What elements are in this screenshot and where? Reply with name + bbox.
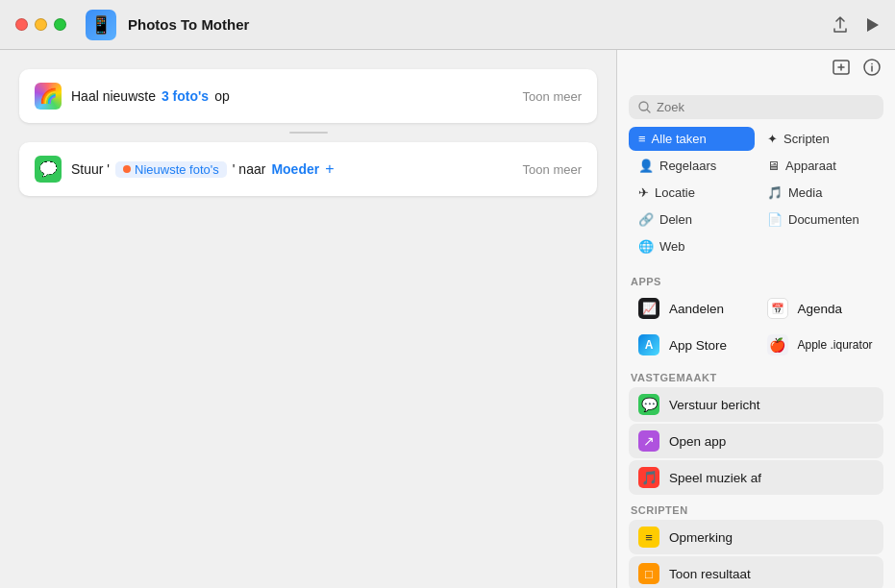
action-photos-content: Haal nieuwste 3 foto's op xyxy=(71,88,582,104)
appstore-icon: A xyxy=(638,334,659,355)
open-app-label: Open app xyxy=(669,434,726,449)
apps-grid: 📈 Aandelen 📅 Agenda A App Store xyxy=(629,291,883,362)
opmerking-label: Opmerking xyxy=(669,530,733,545)
svg-marker-0 xyxy=(867,18,879,32)
search-input[interactable] xyxy=(657,100,874,114)
category-tabs: ≡ Alle taken ✦ Scripten 👤 Regelaars 🖥 Ap… xyxy=(617,127,895,266)
app-icon: 📱 xyxy=(86,10,116,40)
action-messages-toon-meer[interactable]: Toon meer xyxy=(523,162,582,177)
divider xyxy=(38,131,578,135)
titlebar: 📱 Photos To Mother xyxy=(0,0,895,50)
pinned-section-title: Vastgemaakt xyxy=(631,372,883,383)
token-label: Nieuwste foto's xyxy=(135,162,219,177)
tab-scripten[interactable]: ✦ Scripten xyxy=(758,127,883,151)
action-messages-text1: Stuur ' xyxy=(71,161,110,177)
action-photos-toon-meer[interactable]: Toon meer xyxy=(523,89,582,104)
maximize-button[interactable] xyxy=(54,18,66,31)
titlebar-actions xyxy=(832,16,880,34)
web-icon: 🌐 xyxy=(638,239,654,254)
speel-muziek-label: Speel muziek af xyxy=(669,471,761,485)
speel-muziek-icon: 🎵 xyxy=(638,467,659,488)
tab-locatie[interactable]: ✈ Locatie xyxy=(629,181,755,205)
alle-taken-icon: ≡ xyxy=(638,132,646,146)
sidebar-item-verstuur-bericht[interactable]: 💬 Verstuur bericht xyxy=(629,387,883,422)
pinned-section: Vastgemaakt 💬 Verstuur bericht ↗ Open ap… xyxy=(629,372,883,495)
action-photos-link[interactable]: 3 foto's xyxy=(162,88,209,104)
agenda-label: Agenda xyxy=(798,302,843,316)
tab-apparaat-label: Apparaat xyxy=(785,159,836,173)
tab-apparaat[interactable]: 🖥 Apparaat xyxy=(758,154,883,178)
apple-icon: 🍎 xyxy=(767,334,788,355)
tab-scripten-label: Scripten xyxy=(783,132,830,146)
search-bar xyxy=(617,86,895,127)
apparaat-icon: 🖥 xyxy=(767,159,780,173)
apple-label: Apple .iqurator xyxy=(798,338,873,352)
close-button[interactable] xyxy=(15,18,28,31)
right-titlebar xyxy=(617,50,895,86)
sidebar-item-open-app[interactable]: ↗ Open app xyxy=(629,424,883,458)
regelaars-icon: 👤 xyxy=(638,159,654,173)
action-photos-text1: Haal nieuwste xyxy=(71,88,156,104)
action-messages[interactable]: 💬 Stuur ' Nieuwste foto's ' naar Moeder … xyxy=(19,142,597,196)
messages-icon: 💬 xyxy=(35,156,62,183)
tab-web[interactable]: 🌐 Web xyxy=(629,234,755,258)
tab-alle-taken-label: Alle taken xyxy=(652,132,707,146)
sidebar-item-speel-muziek[interactable]: 🎵 Speel muziek af xyxy=(629,460,883,495)
share-button[interactable] xyxy=(832,16,849,34)
delen-icon: 🔗 xyxy=(638,212,654,227)
agenda-icon: 📅 xyxy=(767,298,788,319)
aandelen-label: Aandelen xyxy=(669,302,724,316)
token-dot xyxy=(123,165,131,173)
sidebar-item-toon-resultaat[interactable]: □ Toon resultaat xyxy=(629,556,883,588)
right-panel: ≡ Alle taken ✦ Scripten 👤 Regelaars 🖥 Ap… xyxy=(616,50,895,588)
action-messages-moeder-link[interactable]: Moeder xyxy=(271,161,319,177)
sidebar-item-apple[interactable]: 🍎 Apple .iqurator xyxy=(758,328,884,362)
svg-point-3 xyxy=(871,63,873,65)
minimize-button[interactable] xyxy=(35,18,47,31)
action-photos[interactable]: 🌈 Haal nieuwste 3 foto's op Toon meer xyxy=(19,69,597,123)
tab-media[interactable]: 🎵 Media xyxy=(758,181,883,205)
action-messages-token[interactable]: Nieuwste foto's xyxy=(115,161,227,178)
left-panel: 🌈 Haal nieuwste 3 foto's op Toon meer 💬 … xyxy=(0,50,616,588)
tab-alle-taken[interactable]: ≡ Alle taken xyxy=(629,127,755,151)
action-messages-content: Stuur ' Nieuwste foto's ' naar Moeder + xyxy=(71,160,582,178)
tab-documenten[interactable]: 📄 Documenten xyxy=(758,208,883,232)
info-icon[interactable] xyxy=(862,58,882,82)
open-app-icon: ↗ xyxy=(638,430,659,452)
search-icon xyxy=(638,101,651,113)
search-input-wrap xyxy=(629,95,883,119)
toon-resultaat-label: Toon resultaat xyxy=(669,567,751,581)
verstuur-bericht-label: Verstuur bericht xyxy=(669,398,760,412)
play-button[interactable] xyxy=(864,17,880,33)
sidebar-item-opmerking[interactable]: ≡ Opmerking xyxy=(629,520,883,554)
tab-regelaars-label: Regelaars xyxy=(659,159,716,173)
scripts-section-title: Scripten xyxy=(631,504,883,516)
verstuur-bericht-icon: 💬 xyxy=(638,394,659,415)
opmerking-icon: ≡ xyxy=(638,527,659,548)
window-title: Photos To Mother xyxy=(128,16,820,33)
documenten-icon: 📄 xyxy=(767,212,783,227)
tab-web-label: Web xyxy=(659,239,685,254)
sidebar-scroll: Apps 📈 Aandelen 📅 Agenda A App Sto xyxy=(617,266,895,588)
locatie-icon: ✈ xyxy=(638,185,649,200)
scripten-icon: ✦ xyxy=(767,132,778,146)
apps-section: Apps 📈 Aandelen 📅 Agenda A App Sto xyxy=(629,276,883,362)
add-to-library-icon[interactable] xyxy=(832,58,851,82)
tab-delen[interactable]: 🔗 Delen xyxy=(629,208,755,232)
sidebar-item-agenda[interactable]: 📅 Agenda xyxy=(758,291,884,326)
toon-resultaat-icon: □ xyxy=(638,563,659,584)
tab-documenten-label: Documenten xyxy=(788,212,859,227)
action-messages-plus[interactable]: + xyxy=(325,160,334,178)
tab-regelaars[interactable]: 👤 Regelaars xyxy=(629,154,755,178)
sidebar-item-appstore[interactable]: A App Store xyxy=(629,328,756,362)
media-icon: 🎵 xyxy=(767,185,783,200)
tab-delen-label: Delen xyxy=(659,212,692,227)
tab-media-label: Media xyxy=(788,185,822,200)
appstore-label: App Store xyxy=(669,338,727,353)
sidebar-item-aandelen[interactable]: 📈 Aandelen xyxy=(629,291,756,326)
action-photos-text2: op xyxy=(214,88,230,104)
aandelen-icon: 📈 xyxy=(638,298,659,319)
traffic-lights xyxy=(15,18,66,31)
apps-section-title: Apps xyxy=(631,276,883,287)
photos-icon: 🌈 xyxy=(35,83,62,110)
